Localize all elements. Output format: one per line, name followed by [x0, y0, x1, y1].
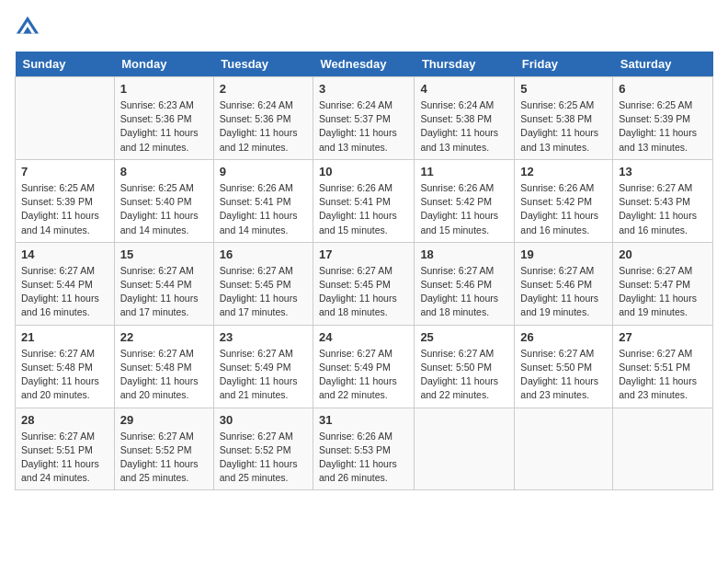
calendar-cell: 13Sunrise: 6:27 AM Sunset: 5:43 PM Dayli… [613, 159, 713, 242]
day-number: 1 [120, 82, 208, 96]
calendar-cell: 25Sunrise: 6:27 AM Sunset: 5:50 PM Dayli… [415, 325, 515, 408]
calendar-cell [16, 77, 115, 160]
day-info: Sunrise: 6:26 AM Sunset: 5:41 PM Dayligh… [220, 181, 307, 237]
day-number: 7 [21, 165, 108, 178]
day-number: 4 [420, 82, 508, 96]
calendar-cell: 15Sunrise: 6:27 AM Sunset: 5:44 PM Dayli… [114, 242, 213, 325]
day-number: 31 [319, 413, 408, 427]
day-info: Sunrise: 6:27 AM Sunset: 5:44 PM Dayligh… [120, 264, 208, 320]
logo-icon [15, 15, 40, 40]
day-info: Sunrise: 6:27 AM Sunset: 5:51 PM Dayligh… [619, 347, 707, 403]
header-sunday: Sunday [16, 52, 115, 77]
day-info: Sunrise: 6:27 AM Sunset: 5:47 PM Dayligh… [619, 264, 707, 320]
calendar-cell: 7Sunrise: 6:25 AM Sunset: 5:39 PM Daylig… [16, 159, 115, 242]
day-info: Sunrise: 6:25 AM Sunset: 5:39 PM Dayligh… [619, 98, 707, 155]
calendar-cell: 3Sunrise: 6:24 AM Sunset: 5:37 PM Daylig… [313, 77, 415, 160]
logo [15, 15, 44, 40]
calendar-cell: 9Sunrise: 6:26 AM Sunset: 5:41 PM Daylig… [213, 159, 313, 242]
day-number: 30 [220, 413, 307, 427]
day-info: Sunrise: 6:26 AM Sunset: 5:42 PM Dayligh… [420, 181, 508, 237]
calendar-cell: 24Sunrise: 6:27 AM Sunset: 5:49 PM Dayli… [313, 325, 415, 408]
day-info: Sunrise: 6:27 AM Sunset: 5:46 PM Dayligh… [520, 264, 607, 320]
calendar-cell [613, 408, 713, 490]
day-info: Sunrise: 6:23 AM Sunset: 5:36 PM Dayligh… [120, 98, 208, 155]
day-number: 20 [619, 247, 707, 261]
day-info: Sunrise: 6:27 AM Sunset: 5:49 PM Dayligh… [220, 347, 307, 403]
calendar-cell: 23Sunrise: 6:27 AM Sunset: 5:49 PM Dayli… [213, 325, 313, 408]
calendar-cell: 26Sunrise: 6:27 AM Sunset: 5:50 PM Dayli… [515, 325, 613, 408]
day-number: 26 [520, 330, 607, 344]
day-info: Sunrise: 6:26 AM Sunset: 5:53 PM Dayligh… [319, 430, 408, 486]
day-number: 28 [21, 413, 108, 427]
calendar-cell: 19Sunrise: 6:27 AM Sunset: 5:46 PM Dayli… [515, 242, 613, 325]
calendar-cell: 11Sunrise: 6:26 AM Sunset: 5:42 PM Dayli… [415, 159, 515, 242]
day-info: Sunrise: 6:27 AM Sunset: 5:52 PM Dayligh… [220, 430, 307, 486]
page-header [15, 15, 713, 40]
day-info: Sunrise: 6:25 AM Sunset: 5:38 PM Dayligh… [520, 98, 607, 155]
calendar-cell: 5Sunrise: 6:25 AM Sunset: 5:38 PM Daylig… [515, 77, 613, 160]
calendar-cell: 29Sunrise: 6:27 AM Sunset: 5:52 PM Dayli… [114, 408, 213, 490]
calendar-cell [415, 408, 515, 490]
day-info: Sunrise: 6:27 AM Sunset: 5:45 PM Dayligh… [220, 264, 307, 320]
day-number: 5 [520, 82, 607, 96]
calendar-cell: 18Sunrise: 6:27 AM Sunset: 5:46 PM Dayli… [415, 242, 515, 325]
day-number: 23 [220, 330, 307, 344]
calendar-week-row: 7Sunrise: 6:25 AM Sunset: 5:39 PM Daylig… [16, 159, 713, 242]
day-number: 10 [319, 165, 408, 178]
day-number: 22 [120, 330, 208, 344]
day-info: Sunrise: 6:24 AM Sunset: 5:37 PM Dayligh… [319, 98, 408, 155]
calendar-cell: 20Sunrise: 6:27 AM Sunset: 5:47 PM Dayli… [613, 242, 713, 325]
day-info: Sunrise: 6:27 AM Sunset: 5:43 PM Dayligh… [619, 181, 707, 237]
calendar-week-row: 28Sunrise: 6:27 AM Sunset: 5:51 PM Dayli… [16, 408, 713, 490]
header-thursday: Thursday [415, 52, 515, 77]
day-number: 27 [619, 330, 707, 344]
calendar-cell: 28Sunrise: 6:27 AM Sunset: 5:51 PM Dayli… [16, 408, 115, 490]
calendar-week-row: 21Sunrise: 6:27 AM Sunset: 5:48 PM Dayli… [16, 325, 713, 408]
day-info: Sunrise: 6:27 AM Sunset: 5:50 PM Dayligh… [420, 347, 508, 403]
day-info: Sunrise: 6:27 AM Sunset: 5:45 PM Dayligh… [319, 264, 408, 320]
day-number: 13 [619, 165, 707, 178]
day-number: 14 [21, 247, 108, 261]
calendar-cell: 8Sunrise: 6:25 AM Sunset: 5:40 PM Daylig… [114, 159, 213, 242]
day-info: Sunrise: 6:25 AM Sunset: 5:39 PM Dayligh… [21, 181, 108, 237]
calendar-cell: 10Sunrise: 6:26 AM Sunset: 5:41 PM Dayli… [313, 159, 415, 242]
calendar-cell: 27Sunrise: 6:27 AM Sunset: 5:51 PM Dayli… [613, 325, 713, 408]
day-number: 3 [319, 82, 408, 96]
header-friday: Friday [515, 52, 613, 77]
calendar-cell: 4Sunrise: 6:24 AM Sunset: 5:38 PM Daylig… [415, 77, 515, 160]
header-saturday: Saturday [613, 52, 713, 77]
day-info: Sunrise: 6:27 AM Sunset: 5:46 PM Dayligh… [420, 264, 508, 320]
calendar-week-row: 1Sunrise: 6:23 AM Sunset: 5:36 PM Daylig… [16, 77, 713, 160]
day-number: 12 [520, 165, 607, 178]
calendar-cell: 31Sunrise: 6:26 AM Sunset: 5:53 PM Dayli… [313, 408, 415, 490]
calendar-cell: 2Sunrise: 6:24 AM Sunset: 5:36 PM Daylig… [213, 77, 313, 160]
day-number: 18 [420, 247, 508, 261]
day-info: Sunrise: 6:24 AM Sunset: 5:38 PM Dayligh… [420, 98, 508, 155]
header-tuesday: Tuesday [213, 52, 313, 77]
day-number: 2 [220, 82, 307, 96]
day-info: Sunrise: 6:25 AM Sunset: 5:40 PM Dayligh… [120, 181, 208, 237]
header-monday: Monday [114, 52, 213, 77]
day-number: 8 [120, 165, 208, 178]
day-number: 16 [220, 247, 307, 261]
day-number: 17 [319, 247, 408, 261]
day-number: 29 [120, 413, 208, 427]
day-info: Sunrise: 6:27 AM Sunset: 5:51 PM Dayligh… [21, 430, 108, 486]
calendar-cell: 22Sunrise: 6:27 AM Sunset: 5:48 PM Dayli… [114, 325, 213, 408]
day-info: Sunrise: 6:27 AM Sunset: 5:52 PM Dayligh… [120, 430, 208, 486]
day-number: 15 [120, 247, 208, 261]
calendar-week-row: 14Sunrise: 6:27 AM Sunset: 5:44 PM Dayli… [16, 242, 713, 325]
calendar-cell: 30Sunrise: 6:27 AM Sunset: 5:52 PM Dayli… [213, 408, 313, 490]
day-number: 19 [520, 247, 607, 261]
calendar-cell [515, 408, 613, 490]
day-number: 6 [619, 82, 707, 96]
day-number: 11 [420, 165, 508, 178]
day-number: 21 [21, 330, 108, 344]
day-info: Sunrise: 6:27 AM Sunset: 5:48 PM Dayligh… [21, 347, 108, 403]
calendar-cell: 16Sunrise: 6:27 AM Sunset: 5:45 PM Dayli… [213, 242, 313, 325]
day-info: Sunrise: 6:24 AM Sunset: 5:36 PM Dayligh… [220, 98, 307, 155]
day-number: 9 [220, 165, 307, 178]
calendar-cell: 17Sunrise: 6:27 AM Sunset: 5:45 PM Dayli… [313, 242, 415, 325]
calendar-table: SundayMondayTuesdayWednesdayThursdayFrid… [15, 52, 713, 490]
calendar-cell: 6Sunrise: 6:25 AM Sunset: 5:39 PM Daylig… [613, 77, 713, 160]
